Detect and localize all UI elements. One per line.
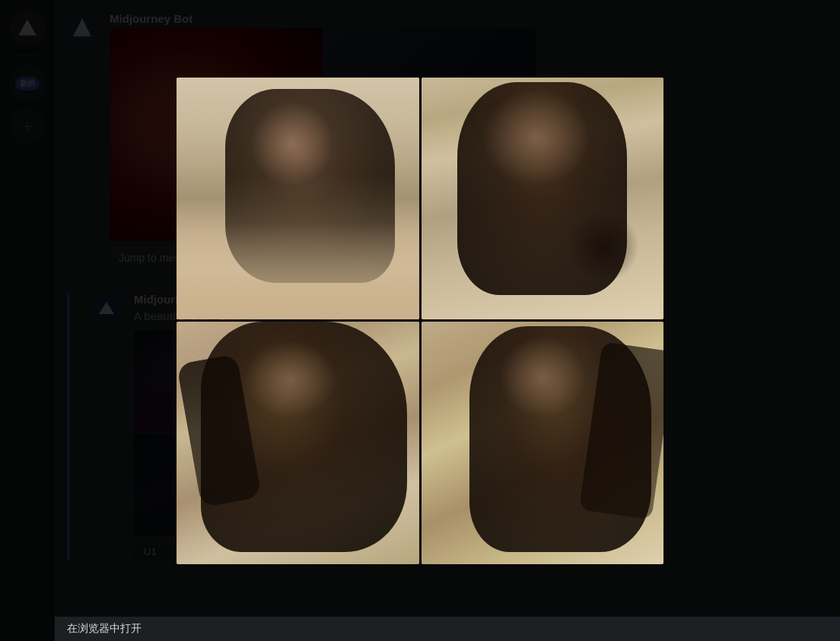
lightbox-overlay[interactable] <box>0 0 840 641</box>
lightbox-grid <box>177 78 663 564</box>
context-menu-bar: 在浏览器中打开 <box>55 617 840 641</box>
lightbox-image-bl[interactable] <box>177 322 419 564</box>
lightbox-image-tr[interactable] <box>422 78 664 320</box>
lightbox-image-br[interactable] <box>422 322 664 564</box>
lightbox-image-tl[interactable] <box>177 78 419 320</box>
context-menu-text[interactable]: 在浏览器中打开 <box>67 622 142 636</box>
